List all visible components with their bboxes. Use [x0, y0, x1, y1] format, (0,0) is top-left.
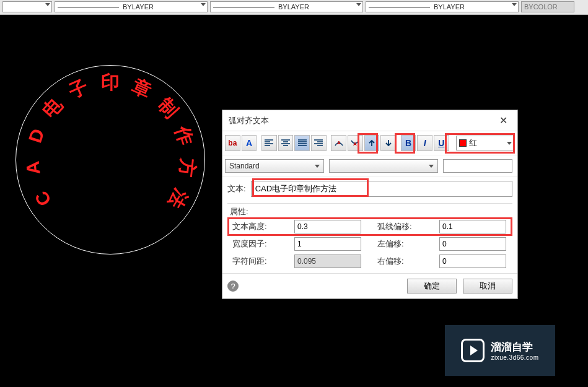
arc-char: 章 — [128, 74, 156, 105]
style-value: Standard — [229, 162, 260, 170]
top-toolbar: BYLAYER BYLAYER BYLAYER BYCOLOR — [0, 0, 588, 15]
arc-offset-input[interactable] — [439, 220, 506, 233]
direction-up-button[interactable] — [364, 135, 380, 151]
right-offset-input[interactable] — [439, 254, 506, 268]
combo2-label: BYLAYER — [123, 3, 154, 11]
arc-char: 作 — [169, 123, 199, 149]
combo3-label: BYLAYER — [278, 3, 309, 11]
layer-combo-4[interactable]: BYLAYER — [366, 1, 519, 12]
text-color-combo[interactable]: 红 — [456, 136, 515, 150]
layer-combo-2[interactable]: BYLAYER — [55, 1, 208, 12]
arc-char: 子 — [65, 74, 92, 105]
text-label: 文本: — [227, 183, 246, 194]
char-spacing-label: 字符间距: — [232, 256, 278, 267]
text-style-combo[interactable]: Standard — [225, 159, 324, 173]
stamp-arc-text: CAD电子印章制作方法 — [15, 65, 205, 254]
ok-button[interactable]: 确定 — [407, 279, 457, 294]
align-right-button[interactable] — [311, 135, 327, 151]
watermark-line1: 溜溜自学 — [491, 340, 538, 354]
properties-label: 属性: — [227, 206, 512, 217]
style-combo-row: Standard — [222, 155, 517, 177]
arc-char: A — [22, 160, 45, 176]
arc-outward-button[interactable]: A — [331, 135, 346, 151]
watermark-logo-icon — [461, 339, 485, 362]
tool-font-a-button[interactable]: A — [242, 135, 257, 151]
watermark: 溜溜自学 zixue.3d66.com — [445, 325, 555, 376]
help-button[interactable]: ? — [227, 280, 239, 292]
dialog-close-button[interactable]: ✕ — [496, 113, 511, 128]
layer-combo-3[interactable]: BYLAYER — [210, 1, 363, 12]
arc-char: 法 — [162, 184, 193, 212]
arc-text-input[interactable] — [251, 181, 512, 197]
arc-text-dialog: 弧对齐文本 ✕ ba A A A B I U 红 — [222, 110, 518, 299]
arc-char: 电 — [37, 92, 69, 123]
text-tool-row: ba A A A B I U 红 — [222, 131, 517, 155]
color-label: 红 — [469, 137, 477, 149]
align-left-button[interactable] — [261, 135, 277, 151]
italic-button[interactable]: I — [417, 135, 432, 151]
char-spacing-input — [294, 254, 361, 268]
dialog-title: 弧对齐文本 — [229, 115, 496, 126]
layer-combo-1[interactable] — [2, 1, 52, 12]
text-input-row: 文本: — [222, 177, 517, 201]
combo5-label: BYCOLOR — [524, 3, 558, 11]
text-height-label: 文本高度: — [232, 221, 278, 232]
drawing-canvas[interactable]: CAD电子印章制作方法 弧对齐文本 ✕ ba A A A B I U — [0, 15, 588, 387]
left-offset-label: 左偏移: — [377, 238, 423, 250]
left-offset-input[interactable] — [439, 237, 506, 251]
direction-down-button[interactable] — [380, 135, 396, 151]
arc-offset-label: 弧线偏移: — [377, 221, 423, 232]
width-factor-label: 宽度因子: — [232, 238, 278, 250]
width-factor-input[interactable] — [294, 237, 361, 251]
layer-combo-5[interactable]: BYCOLOR — [521, 1, 574, 12]
color-swatch-icon — [459, 139, 467, 147]
text-height-input[interactable] — [294, 220, 361, 233]
bold-button[interactable]: B — [401, 135, 416, 151]
watermark-line2: zixue.3d66.com — [491, 354, 538, 361]
svg-text:A: A — [353, 141, 357, 147]
arc-char: 方 — [173, 157, 201, 178]
underline-button[interactable]: U — [434, 135, 449, 151]
combo4-label: BYLAYER — [434, 3, 465, 11]
align-center-button[interactable] — [278, 135, 294, 151]
secondary-combo[interactable] — [329, 159, 438, 173]
align-justify-button[interactable] — [294, 135, 310, 151]
arc-char: C — [31, 188, 56, 210]
svg-text:A: A — [337, 140, 341, 146]
cancel-button[interactable]: 取消 — [463, 279, 512, 294]
tertiary-input[interactable] — [443, 159, 512, 173]
tool-ba-button[interactable]: ba — [225, 135, 240, 151]
arc-char: D — [25, 126, 49, 146]
properties-group: 属性: 文本高度: 弧线偏移: 宽度因子: 左偏移: 字符间距: 右偏移: — [227, 203, 512, 268]
right-offset-label: 右偏移: — [377, 256, 423, 267]
arc-char: 制 — [152, 92, 184, 123]
arc-inward-button[interactable]: A — [348, 135, 363, 151]
arc-char: 印 — [101, 70, 120, 95]
dialog-titlebar[interactable]: 弧对齐文本 ✕ — [222, 110, 517, 131]
dialog-button-row: ? 确定 取消 — [222, 273, 517, 298]
